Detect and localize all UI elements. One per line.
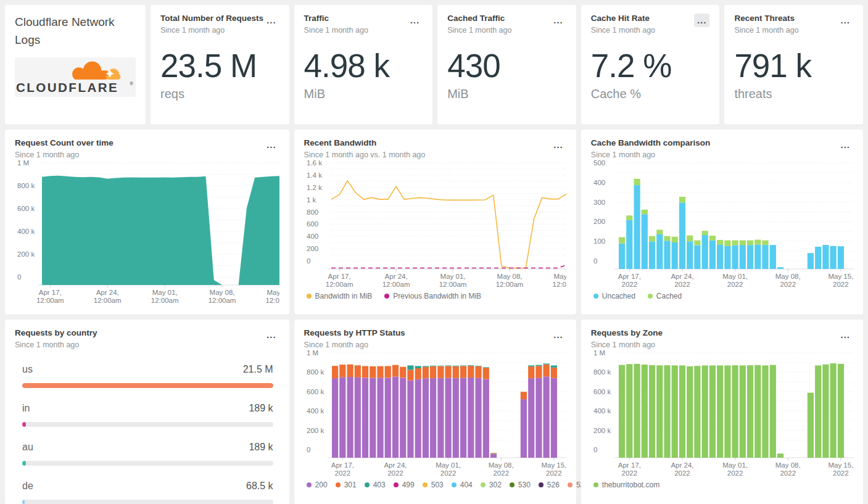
svg-text:1 M: 1 M — [307, 349, 318, 357]
svg-text:May 01,12:00am: May 01,12:00am — [151, 289, 179, 304]
legend-dot — [510, 482, 515, 487]
country-bar-fill — [22, 422, 26, 427]
panel-menu-button[interactable]: ... — [694, 14, 710, 27]
panel-subtitle: Since 1 month ago vs. 1 month ago — [304, 151, 426, 159]
panel-menu-button[interactable]: ... — [837, 328, 853, 342]
legend-item[interactable]: Cached — [648, 292, 682, 300]
svg-text:Apr 17,2022: Apr 17,2022 — [618, 273, 641, 288]
panel-title: Requests by country — [15, 328, 97, 339]
legend-dot — [648, 294, 653, 299]
country-row: de68.5 k — [15, 481, 279, 504]
svg-text:0: 0 — [593, 257, 597, 265]
panel-title: Requests by HTTP Status — [304, 328, 405, 339]
legend-item[interactable]: theburritobot.com — [593, 481, 659, 489]
svg-text:Apr 17,2022: Apr 17,2022 — [331, 461, 353, 477]
svg-text:200: 200 — [593, 218, 605, 225]
legend-label: 503 — [431, 481, 444, 489]
panel-subtitle: Since 1 month ago — [591, 151, 711, 159]
country-label: au — [22, 442, 33, 453]
legend-dot — [384, 294, 389, 299]
legend-item[interactable]: 530 — [510, 481, 531, 489]
legend-dot — [539, 482, 544, 487]
panel-menu-button[interactable]: ... — [550, 328, 566, 342]
svg-text:100: 100 — [593, 238, 605, 245]
svg-text:400: 400 — [593, 179, 605, 186]
svg-text:Apr 24,12:00am: Apr 24,12:00am — [94, 289, 122, 304]
panel-subtitle: Since 1 month ago — [15, 151, 114, 159]
chart-legend: theburritobot.com — [591, 481, 853, 489]
panel-menu-button[interactable]: ... — [837, 14, 853, 27]
stat-value: 7.2 % — [591, 47, 710, 85]
country-bar-track[interactable] — [22, 383, 273, 388]
svg-text:1.6 k: 1.6 k — [307, 159, 322, 167]
country-hbar-chart[interactable]: us21.5 Min189 kau189 kde68.5 k — [15, 364, 279, 504]
stat-value: 791 k — [734, 47, 853, 85]
svg-text:300: 300 — [593, 198, 605, 205]
legend-item[interactable]: 301 — [336, 481, 357, 489]
panel-title: Request Count over time — [15, 138, 114, 149]
legend-item[interactable]: 200 — [307, 481, 328, 489]
panel-menu-button[interactable]: ... — [263, 138, 279, 152]
legend-dot — [593, 294, 598, 299]
panel-menu-button[interactable]: ... — [263, 14, 279, 27]
legend-item[interactable]: 499 — [394, 481, 415, 489]
panel-menu-button[interactable]: ... — [550, 138, 566, 152]
legend-label: 302 — [489, 481, 502, 489]
panel-recent-bandwidth: Recent Bandwidth Since 1 month ago vs. 1… — [294, 130, 576, 315]
stat-unit: Cache % — [591, 87, 710, 101]
country-bar-fill — [22, 500, 25, 504]
panel-subtitle: Since 1 month ago — [160, 26, 263, 35]
cache-bandwidth-bar-chart[interactable]: 0100200300400500Apr 17,2022Apr 24,2022Ma… — [591, 159, 853, 289]
legend-label: 404 — [460, 481, 473, 489]
cloudflare-logo: CLOUDFLARE ® — [15, 57, 136, 97]
svg-text:800 k: 800 k — [307, 368, 324, 376]
zone-bar-chart[interactable]: 0200 k400 k600 k800 k1 MApr 17,2022Apr 2… — [591, 349, 853, 477]
country-bar-track[interactable] — [22, 500, 273, 504]
svg-text:May 01,2022: May 01,2022 — [722, 461, 748, 477]
svg-text:May 01,12:00am: May 01,12:00am — [439, 273, 466, 288]
svg-text:400 k: 400 k — [593, 407, 611, 415]
svg-text:600: 600 — [307, 220, 318, 228]
request-count-area-chart[interactable]: 0200 k400 k600 k800 k1 MApr 17,12:00amAp… — [15, 159, 279, 305]
panel-requests-by-zone: Requests by Zone Since 1 month ago ... 0… — [581, 320, 863, 504]
country-label: in — [22, 403, 30, 414]
country-bar-track[interactable] — [22, 461, 273, 466]
panel-title: Total Number of Requests — [160, 14, 263, 24]
legend-item[interactable]: 526 — [539, 481, 560, 489]
country-value: 68.5 k — [246, 481, 273, 492]
svg-text:May 08,2022: May 08,2022 — [775, 273, 801, 288]
legend-item[interactable]: 404 — [452, 481, 473, 489]
stat-unit: MiB — [304, 87, 423, 101]
legend-item[interactable]: 503 — [423, 481, 444, 489]
http-status-bar-chart[interactable]: 0200 k400 k600 k800 k1 MApr 17,2022Apr 2… — [304, 349, 566, 477]
legend-item[interactable]: Uncached — [593, 292, 635, 300]
svg-text:Apr 17,12:00am: Apr 17,12:00am — [36, 289, 64, 304]
svg-text:May 08,12:00am: May 08,12:00am — [209, 289, 236, 304]
legend-dot — [307, 294, 312, 299]
legend-dot — [568, 482, 572, 487]
legend-item[interactable]: Bandwidth in MiB — [307, 292, 373, 300]
legend-item[interactable]: 403 — [365, 481, 386, 489]
panel-menu-button[interactable]: ... — [837, 138, 853, 152]
legend-dot — [365, 482, 370, 487]
panel-request-count: Request Count over time Since 1 month ag… — [5, 130, 289, 315]
country-bar-track[interactable] — [22, 422, 273, 427]
svg-text:May 15,12:00am: May 15,12:00am — [266, 289, 279, 304]
panel-requests-by-country: Requests by country Since 1 month ago ..… — [5, 320, 289, 504]
legend-dot — [336, 482, 341, 487]
chart-legend: Bandwidth in MiBPrevious Bandwidth in Mi… — [304, 292, 566, 300]
bandwidth-line-chart[interactable]: 02004006008001 k1.2 k1.4 k1.6 kApr 17,12… — [304, 159, 566, 289]
panel-title: Recent Threats — [734, 14, 798, 24]
country-row: au189 k — [15, 442, 279, 466]
svg-text:200 k: 200 k — [593, 426, 611, 434]
chart-legend: 200301403499503404302530526524 — [304, 481, 566, 489]
trademark-mark: ® — [130, 81, 133, 86]
panel-menu-button[interactable]: ... — [263, 328, 279, 342]
panel-menu-button[interactable]: ... — [550, 14, 566, 27]
panel-menu-button[interactable]: ... — [407, 14, 423, 27]
panel-subtitle: Since 1 month ago — [15, 341, 97, 349]
legend-item[interactable]: 302 — [481, 481, 502, 489]
legend-item[interactable]: Previous Bandwidth in MiB — [384, 292, 481, 300]
legend-dot — [423, 482, 428, 487]
panel-subtitle: Since 1 month ago — [734, 26, 798, 35]
